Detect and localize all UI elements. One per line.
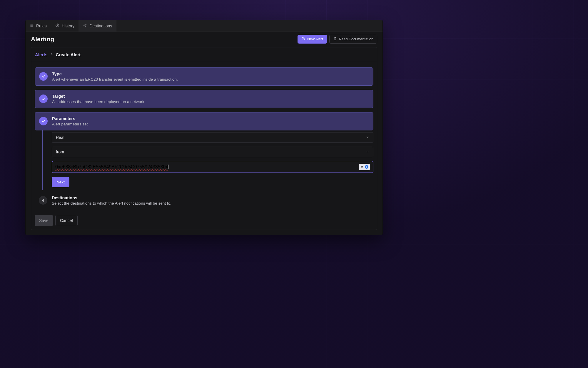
tab-destinations[interactable]: Destinations bbox=[79, 20, 116, 32]
chevron-down-icon bbox=[366, 135, 369, 140]
cancel-button[interactable]: Cancel bbox=[55, 215, 78, 226]
tab-rules[interactable]: Rules bbox=[26, 20, 51, 32]
address-input-value: 0xe688cBb7bC82E555649Bb2C9c5C07559243353… bbox=[55, 164, 168, 169]
step-destinations-desc: Select the destinations to which the Ale… bbox=[52, 201, 171, 205]
breadcrumb: Alerts Create Alert bbox=[31, 47, 377, 62]
step-target-title: Target bbox=[52, 94, 144, 99]
footer-actions: Save Cancel bbox=[35, 215, 373, 226]
breadcrumb-alerts-link[interactable]: Alerts bbox=[35, 52, 48, 57]
step-parameters-desc: Alert parameters set bbox=[52, 122, 88, 126]
new-alert-button[interactable]: New Alert bbox=[298, 35, 327, 44]
step-type-title: Type bbox=[52, 72, 178, 76]
info-badge-icon: i bbox=[365, 165, 368, 169]
tab-destinations-label: Destinations bbox=[89, 24, 112, 28]
read-docs-label: Read Documentation bbox=[339, 37, 373, 41]
select-real-value: Real bbox=[56, 135, 64, 140]
tab-history[interactable]: History bbox=[51, 20, 79, 32]
step-type[interactable]: Type Alert whenever an ERC20 transfer ev… bbox=[35, 67, 373, 86]
breadcrumb-current: Create Alert bbox=[56, 52, 81, 57]
list-icon bbox=[30, 23, 34, 28]
step-parameters[interactable]: Parameters Alert parameters set bbox=[35, 112, 373, 130]
step-parameters-text: Parameters Alert parameters set bbox=[52, 116, 88, 126]
parameters-form: Real from 0xe688cBb7bC82E555649Bb bbox=[42, 130, 373, 190]
chevron-right-icon bbox=[51, 52, 53, 57]
input-security-badge: i bbox=[359, 164, 370, 170]
step-target[interactable]: Target All addresses that have been depl… bbox=[35, 90, 373, 108]
step-type-text: Type Alert whenever an ERC20 transfer ev… bbox=[52, 72, 178, 82]
tab-history-label: History bbox=[62, 24, 75, 28]
content: Alerts Create Alert Type Alert whenever … bbox=[26, 47, 382, 235]
tabs-bar: Rules History Destinations bbox=[26, 20, 382, 32]
save-button[interactable]: Save bbox=[35, 215, 53, 226]
tab-rules-label: Rules bbox=[36, 24, 47, 28]
plus-circle-icon bbox=[301, 37, 305, 42]
header-actions: New Alert Read Documentation bbox=[298, 35, 377, 44]
address-input[interactable]: 0xe688cBb7bC82E555649Bb2C9c5C07559243353… bbox=[55, 164, 359, 170]
select-from-value: from bbox=[56, 150, 64, 154]
step-destinations-text: Destinations Select the destinations to … bbox=[52, 195, 171, 205]
read-docs-button[interactable]: Read Documentation bbox=[329, 35, 377, 44]
select-from[interactable]: from bbox=[52, 147, 373, 157]
lock-icon bbox=[360, 164, 364, 170]
main-panel: Alerts Create Alert Type Alert whenever … bbox=[31, 47, 377, 230]
step-target-text: Target All addresses that have been depl… bbox=[52, 94, 144, 104]
app-window: Rules History Destinations Alerting New … bbox=[25, 20, 383, 235]
check-icon bbox=[39, 95, 48, 103]
panel-body: Type Alert whenever an ERC20 transfer ev… bbox=[31, 62, 377, 230]
page-header: Alerting New Alert Read Documentation bbox=[26, 32, 382, 47]
new-alert-label: New Alert bbox=[307, 37, 323, 41]
step-destinations-title: Destinations bbox=[52, 195, 171, 200]
text-caret bbox=[168, 165, 168, 169]
send-icon bbox=[83, 23, 87, 28]
step-destinations[interactable]: 4 Destinations Select the destinations t… bbox=[35, 193, 373, 208]
svg-rect-2 bbox=[361, 167, 363, 168]
step-number-badge: 4 bbox=[39, 196, 47, 205]
page-title: Alerting bbox=[31, 36, 54, 43]
step-target-desc: All addresses that have been deployed on… bbox=[52, 100, 144, 104]
next-button[interactable]: Next bbox=[52, 177, 69, 187]
step-type-desc: Alert whenever an ERC20 transfer event i… bbox=[52, 77, 178, 82]
check-icon bbox=[39, 117, 48, 125]
step-parameters-title: Parameters bbox=[52, 116, 88, 121]
select-real[interactable]: Real bbox=[52, 132, 373, 143]
clock-icon bbox=[55, 23, 59, 28]
document-icon bbox=[333, 37, 337, 42]
address-input-wrap[interactable]: 0xe688cBb7bC82E555649Bb2C9c5C07559243353… bbox=[52, 161, 373, 173]
chevron-down-icon bbox=[366, 150, 369, 154]
check-icon bbox=[39, 72, 48, 81]
